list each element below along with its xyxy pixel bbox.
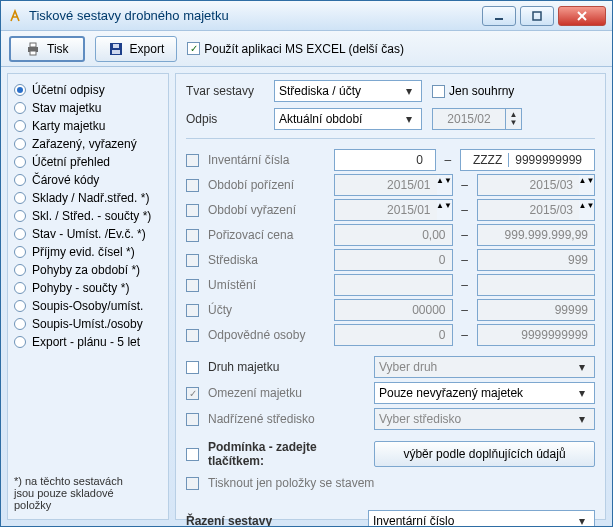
report-option[interactable]: Příjmy evid. čísel *) xyxy=(14,244,162,260)
odpis-combo[interactable]: Aktuální období ▾ xyxy=(274,108,422,130)
souhrny-checkbox[interactable]: Jen souhrny xyxy=(432,84,514,98)
tvar-label: Tvar sestavy xyxy=(186,84,266,98)
radio-icon xyxy=(14,174,26,186)
report-option-label: Export - plánu - 5 let xyxy=(32,335,140,349)
filter-from[interactable]: 0 xyxy=(334,249,453,271)
nadr-check[interactable] xyxy=(186,413,199,426)
report-option-label: Sklady / Nadř.střed. *) xyxy=(32,191,149,205)
radio-icon xyxy=(14,138,26,150)
report-option[interactable]: Sklady / Nadř.střed. *) xyxy=(14,190,162,206)
use-excel-checkbox[interactable]: Použít aplikaci MS EXCEL (delší čas) xyxy=(187,42,404,56)
omez-label: Omezení majetku xyxy=(208,386,368,400)
svg-rect-5 xyxy=(30,43,36,47)
filter-check[interactable] xyxy=(186,304,199,317)
filter-to[interactable]: 999 xyxy=(477,249,596,271)
chevron-down-icon: ▾ xyxy=(401,84,417,98)
titlebar: Tiskové sestavy drobného majetku xyxy=(1,1,612,31)
omez-combo[interactable]: Pouze nevyřazený majetek ▾ xyxy=(374,382,595,404)
radio-icon xyxy=(14,120,26,132)
stav-label: Tisknout jen položky se stavem xyxy=(208,476,595,490)
filter-from[interactable]: 2015/01▲▼ xyxy=(334,174,453,196)
period-spin[interactable]: 2015/02 ▲▼ xyxy=(432,108,522,130)
svg-rect-8 xyxy=(113,44,119,48)
filter-check[interactable] xyxy=(186,154,199,167)
druh-combo[interactable]: Vyber druh ▾ xyxy=(374,356,595,378)
report-option[interactable]: Pohyby - součty *) xyxy=(14,280,162,296)
dash: – xyxy=(459,203,471,217)
filter-to[interactable]: 999.999.999,99 xyxy=(477,224,596,246)
filter-check[interactable] xyxy=(186,329,199,342)
filter-to[interactable] xyxy=(477,274,596,296)
window: Tiskové sestavy drobného majetku Tisk Ex… xyxy=(0,0,613,527)
report-option[interactable]: Čárové kódy xyxy=(14,172,162,188)
omez-value: Pouze nevyřazený majetek xyxy=(379,386,523,400)
omez-check[interactable] xyxy=(186,387,199,400)
value: 0 xyxy=(439,253,446,267)
radio-icon xyxy=(14,210,26,222)
filter-check[interactable] xyxy=(186,204,199,217)
filter-to[interactable]: 2015/03▲▼ xyxy=(477,174,596,196)
sidebar-note: *) na těchto sestavách jsou pouze sklado… xyxy=(14,463,162,511)
export-button[interactable]: Export xyxy=(95,36,178,62)
note-line: položky xyxy=(14,499,162,511)
report-option[interactable]: Export - plánu - 5 let xyxy=(14,334,162,350)
chevron-down-icon: ▾ xyxy=(574,412,590,426)
filter-from[interactable]: 0 xyxy=(334,324,453,346)
filter-from[interactable]: 0 xyxy=(334,149,436,171)
close-button[interactable] xyxy=(558,6,606,26)
svg-rect-1 xyxy=(533,12,541,20)
report-option[interactable]: Soupis-Umíst./osoby xyxy=(14,316,162,332)
dash: – xyxy=(459,278,471,292)
report-option[interactable]: Účetní odpisy xyxy=(14,82,162,98)
report-option[interactable]: Karty majetku xyxy=(14,118,162,134)
nadr-label: Nadřízené středisko xyxy=(208,412,368,426)
report-option[interactable]: Pohyby za období *) xyxy=(14,262,162,278)
report-option[interactable]: Soupis-Osoby/umíst. xyxy=(14,298,162,314)
filter-check[interactable] xyxy=(186,279,199,292)
spinner-icon: ▲▼ xyxy=(579,199,595,221)
filter-from[interactable] xyxy=(334,274,453,296)
filter-from[interactable]: 00000 xyxy=(334,299,453,321)
use-excel-label: Použít aplikaci MS EXCEL (delší čas) xyxy=(204,42,404,56)
report-option[interactable]: Skl. / Střed. - součty *) xyxy=(14,208,162,224)
sort-combo[interactable]: Inventární číslo ▾ xyxy=(368,510,595,526)
filter-to[interactable]: ZZZZ 9999999999 xyxy=(460,149,595,171)
tvar-value: Střediska / účty xyxy=(279,84,361,98)
filter-check[interactable] xyxy=(186,179,199,192)
report-option[interactable]: Účetní přehled xyxy=(14,154,162,170)
podm-check[interactable] xyxy=(186,448,199,461)
report-option-label: Stav - Umíst. /Ev.č. *) xyxy=(32,227,146,241)
nadr-combo[interactable]: Vyber středisko ▾ xyxy=(374,408,595,430)
druh-check[interactable] xyxy=(186,361,199,374)
filter-accounts: Účty 00000 – 99999 xyxy=(186,299,595,321)
podm-button[interactable]: výběr podle doplňujících údajů xyxy=(374,441,595,467)
value: 0,00 xyxy=(422,228,445,242)
filter-from[interactable]: 2015/01▲▼ xyxy=(334,199,453,221)
filter-check[interactable] xyxy=(186,254,199,267)
chevron-down-icon: ▾ xyxy=(574,386,590,400)
report-option[interactable]: Stav majetku xyxy=(14,100,162,116)
value: 00000 xyxy=(412,303,445,317)
svg-rect-6 xyxy=(30,51,36,55)
report-option-label: Účetní přehled xyxy=(32,155,110,169)
filter-to[interactable]: 2015/03▲▼ xyxy=(477,199,596,221)
filter-to[interactable]: 9999999999 xyxy=(477,324,596,346)
sidebar: Účetní odpisy Stav majetku Karty majetku… xyxy=(7,73,169,520)
minimize-button[interactable] xyxy=(482,6,516,26)
stav-row: Tisknout jen položky se stavem xyxy=(186,476,595,490)
report-option[interactable]: Stav - Umíst. /Ev.č. *) xyxy=(14,226,162,242)
maximize-button[interactable] xyxy=(520,6,554,26)
print-button[interactable]: Tisk xyxy=(9,36,85,62)
tvar-combo[interactable]: Střediska / účty ▾ xyxy=(274,80,422,102)
note-line: *) na těchto sestavách xyxy=(14,475,162,487)
report-option[interactable]: Zařazený, vyřazený xyxy=(14,136,162,152)
spinner-icon: ▲▼ xyxy=(437,199,453,221)
filter-label: Pořizovací cena xyxy=(208,228,328,242)
window-title: Tiskové sestavy drobného majetku xyxy=(29,8,482,23)
value: 2015/01 xyxy=(387,178,430,192)
filter-check[interactable] xyxy=(186,229,199,242)
filter-from[interactable]: 0,00 xyxy=(334,224,453,246)
filter-to[interactable]: 99999 xyxy=(477,299,596,321)
filter-label: Období pořízení xyxy=(208,178,328,192)
stav-check[interactable] xyxy=(186,477,199,490)
